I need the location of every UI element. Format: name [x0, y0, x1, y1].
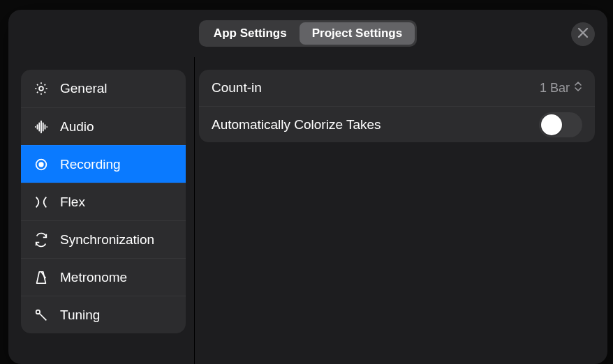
waveform-icon	[32, 119, 50, 135]
sidebar-item-metronome[interactable]: Metronome	[21, 258, 186, 296]
project-settings-modal: App Settings Project Settings General	[8, 10, 607, 364]
settings-content: Count-in 1 Bar Automatically Colorize Ta…	[195, 57, 607, 364]
chevron-up-down-icon	[574, 81, 582, 96]
row-label: Automatically Colorize Takes	[212, 117, 381, 132]
metronome-icon	[32, 270, 50, 285]
sidebar: General Audio Recording	[8, 57, 194, 364]
sidebar-item-label: Recording	[60, 157, 121, 172]
sidebar-item-general[interactable]: General	[21, 70, 186, 107]
sidebar-item-label: Audio	[60, 119, 94, 135]
sidebar-item-label: Metronome	[60, 270, 127, 285]
sidebar-item-label: General	[60, 81, 108, 96]
sidebar-item-label: Synchronization	[60, 232, 154, 248]
sidebar-list: General Audio Recording	[21, 70, 186, 333]
close-button[interactable]	[571, 22, 595, 46]
count-in-value: 1 Bar	[540, 81, 582, 96]
sidebar-item-tuning[interactable]: Tuning	[21, 296, 186, 333]
sidebar-item-synchronization[interactable]: Synchronization	[21, 220, 186, 258]
svg-point-2	[39, 162, 43, 167]
modal-header: App Settings Project Settings	[8, 10, 607, 57]
count-in-value-text: 1 Bar	[540, 81, 570, 96]
sync-icon	[32, 232, 50, 248]
tab-project-settings[interactable]: Project Settings	[300, 22, 415, 45]
record-icon	[32, 157, 50, 172]
row-label: Count-in	[212, 80, 262, 96]
row-count-in[interactable]: Count-in 1 Bar	[199, 70, 595, 106]
settings-card: Count-in 1 Bar Automatically Colorize Ta…	[199, 70, 595, 142]
settings-scope-segmented: App Settings Project Settings	[199, 20, 417, 47]
modal-body: General Audio Recording	[8, 57, 607, 364]
gear-icon	[32, 81, 50, 96]
sidebar-item-label: Tuning	[60, 308, 100, 323]
tab-app-settings[interactable]: App Settings	[201, 22, 300, 45]
svg-point-0	[39, 86, 43, 91]
sidebar-item-recording[interactable]: Recording	[21, 145, 186, 183]
tuning-icon	[32, 308, 50, 323]
close-icon	[577, 27, 589, 41]
flex-icon	[32, 195, 50, 210]
toggle-knob	[541, 114, 562, 135]
row-colorize-takes: Automatically Colorize Takes	[199, 106, 595, 142]
sidebar-item-label: Flex	[60, 195, 85, 210]
colorize-takes-toggle[interactable]	[539, 112, 582, 137]
sidebar-item-audio[interactable]: Audio	[21, 107, 186, 145]
sidebar-item-flex[interactable]: Flex	[21, 183, 186, 220]
